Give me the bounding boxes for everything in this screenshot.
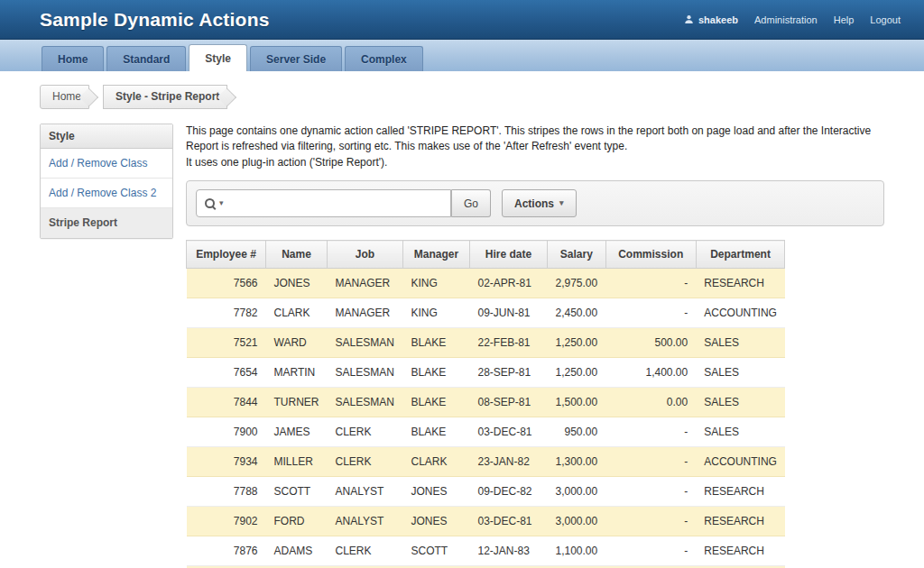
table-row: 7844TURNERSALESMANBLAKE08-SEP-811,500.00… — [187, 388, 785, 417]
table-cell: 02-APR-81 — [470, 269, 548, 298]
breadcrumb-home[interactable]: Home — [40, 85, 89, 109]
table-cell: 1,250.00 — [548, 328, 606, 358]
table-cell: KING — [403, 269, 470, 298]
table-cell: 2,975.00 — [548, 269, 606, 298]
go-button[interactable]: Go — [451, 189, 491, 217]
table-cell: SALES — [696, 417, 785, 447]
tab-home[interactable]: Home — [42, 46, 104, 71]
table-row: 7782CLARKMANAGERKING09-JUN-812,450.00-AC… — [187, 298, 785, 328]
sidebar-item-add-remove-class-2[interactable]: Add / Remove Class 2 — [41, 179, 172, 208]
table-cell: CLERK — [328, 536, 403, 566]
table-cell: 3,000.00 — [548, 477, 606, 507]
table-cell: SALES — [696, 388, 785, 417]
table-cell: 7782 — [187, 298, 266, 328]
table-cell: RESEARCH — [696, 507, 785, 536]
user-menu[interactable]: shakeeb — [684, 14, 738, 25]
report-table: Employee #NameJobManagerHire dateSalaryC… — [186, 240, 785, 568]
table-cell: - — [605, 269, 696, 298]
table-cell: 7654 — [187, 358, 266, 388]
search-icon — [204, 197, 217, 210]
app-title: Sample Dynamic Actions — [40, 9, 270, 31]
actions-button[interactable]: Actions ▾ — [502, 189, 577, 217]
table-cell: RESEARCH — [696, 269, 785, 298]
table-cell: 09-DEC-82 — [470, 477, 548, 507]
column-header-job[interactable]: Job — [328, 241, 403, 269]
table-row: 7900JAMESCLERKBLAKE03-DEC-81950.00-SALES — [187, 417, 785, 447]
table-row: 7876ADAMSCLERKSCOTT12-JAN-831,100.00-RES… — [187, 536, 785, 566]
table-cell: 09-JUN-81 — [470, 298, 548, 328]
table-cell: - — [605, 298, 696, 328]
report-table-header-row: Employee #NameJobManagerHire dateSalaryC… — [187, 241, 785, 269]
column-header-salary[interactable]: Salary — [548, 241, 606, 269]
table-cell: 1,400.00 — [605, 358, 696, 388]
tab-style[interactable]: Style — [189, 44, 247, 71]
table-row: 7902FORDANALYSTJONES03-DEC-813,000.00-RE… — [187, 507, 785, 536]
sidebar-item-add-remove-class[interactable]: Add / Remove Class — [41, 149, 172, 179]
column-header-employee[interactable]: Employee # — [187, 241, 266, 269]
table-cell: RESEARCH — [696, 477, 785, 507]
link-help[interactable]: Help — [834, 14, 855, 25]
column-header-name[interactable]: Name — [266, 241, 328, 269]
table-cell: JONES — [403, 507, 470, 536]
table-cell: ACCOUNTING — [696, 447, 785, 477]
table-cell: WARD — [266, 328, 328, 358]
table-cell: 22-FEB-81 — [470, 328, 548, 358]
table-cell: CLARK — [266, 298, 328, 328]
table-cell: CLARK — [403, 447, 470, 477]
tab-bar: Home Standard Style Server Side Complex — [0, 40, 924, 71]
table-cell: - — [605, 507, 696, 536]
search-input[interactable] — [229, 191, 450, 215]
table-cell: TURNER — [266, 388, 328, 417]
table-cell: MANAGER — [328, 298, 403, 328]
report-table-body: 7566JONESMANAGERKING02-APR-812,975.00-RE… — [187, 269, 785, 568]
table-cell: JONES — [266, 269, 328, 298]
table-cell: 7900 — [187, 417, 266, 447]
user-icon — [684, 14, 694, 24]
sidebar-item-stripe-report: Stripe Report — [41, 208, 172, 237]
table-cell: SALES — [696, 358, 785, 388]
table-cell: 7788 — [187, 477, 266, 507]
table-cell: 0.00 — [605, 388, 696, 417]
table-cell: - — [605, 417, 696, 447]
main-region: This page contains one dynamic action ca… — [186, 124, 884, 568]
table-cell: SALESMAN — [328, 328, 403, 358]
table-cell: 7934 — [187, 447, 266, 477]
table-cell: - — [605, 536, 696, 566]
chevron-down-icon: ▾ — [219, 199, 224, 207]
table-cell: CLERK — [328, 417, 403, 447]
column-header-commission[interactable]: Commission — [605, 241, 696, 269]
tab-server-side[interactable]: Server Side — [250, 46, 342, 71]
tab-complex[interactable]: Complex — [345, 46, 423, 71]
sidebar-title: Style — [41, 124, 172, 149]
table-cell: 950.00 — [548, 417, 606, 447]
column-header-hire-date[interactable]: Hire date — [470, 241, 548, 269]
table-cell: 1,500.00 — [548, 388, 606, 417]
table-cell: 7566 — [187, 269, 266, 298]
table-cell: 28-SEP-81 — [470, 358, 548, 388]
link-administration[interactable]: Administration — [754, 14, 818, 25]
table-cell: BLAKE — [403, 417, 470, 447]
search-column-menu-button[interactable]: ▾ — [204, 197, 229, 210]
report-toolbar: ▾ Go Actions ▾ — [186, 180, 884, 226]
table-cell: FORD — [266, 507, 328, 536]
link-logout[interactable]: Logout — [870, 14, 901, 25]
description-line-2: It uses one plug-in action ('Stripe Repo… — [186, 155, 884, 170]
table-cell: 1,250.00 — [548, 358, 606, 388]
table-cell: SALES — [696, 328, 785, 358]
table-cell: 7521 — [187, 328, 266, 358]
tab-standard[interactable]: Standard — [106, 46, 186, 71]
user-name: shakeeb — [698, 14, 738, 25]
table-cell: ADAMS — [266, 536, 328, 566]
table-cell: 03-DEC-81 — [470, 507, 548, 536]
table-cell: JONES — [403, 477, 470, 507]
table-cell: SCOTT — [403, 536, 470, 566]
table-row: 7521WARDSALESMANBLAKE22-FEB-811,250.0050… — [187, 328, 785, 358]
table-cell: RESEARCH — [696, 536, 785, 566]
table-cell: BLAKE — [403, 388, 470, 417]
table-cell: BLAKE — [403, 358, 470, 388]
column-header-department[interactable]: Department — [696, 241, 785, 269]
table-cell: 1,300.00 — [548, 447, 606, 477]
breadcrumb-current: Style - Stripe Report — [103, 85, 227, 109]
table-cell: SCOTT — [266, 477, 328, 507]
column-header-manager[interactable]: Manager — [403, 241, 470, 269]
